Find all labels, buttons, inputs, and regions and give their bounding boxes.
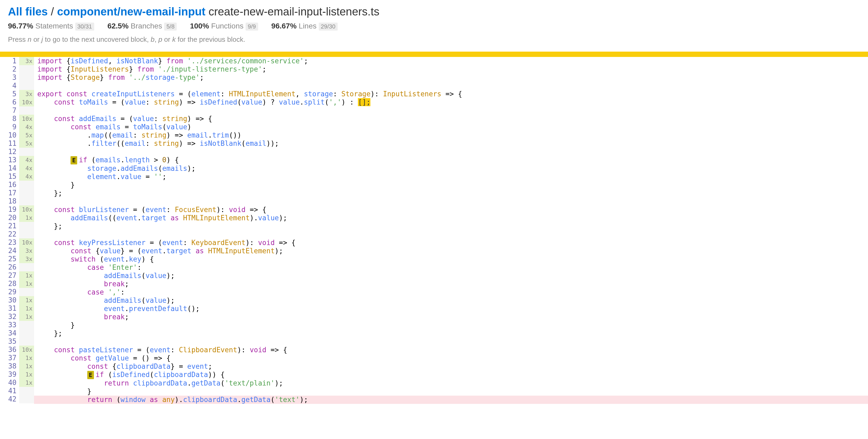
stat-frac: 30/31	[75, 23, 94, 31]
line-number[interactable]: 23	[4, 239, 17, 247]
line-number[interactable]: 28	[4, 280, 17, 288]
source-line: const toMails = (value: string) => isDef…	[34, 98, 868, 106]
hit-count-gutter: 3x 3x10x 10x4x5x5x 4x4x4x 10x1x 10x3x3x …	[19, 57, 34, 404]
source-line: return clipboardData.getData('text/plain…	[34, 379, 868, 387]
hit-count	[19, 395, 34, 403]
line-number[interactable]: 29	[4, 288, 17, 296]
hit-count: 1x	[19, 214, 34, 222]
line-number[interactable]: 31	[4, 304, 17, 313]
hit-count: 4x	[19, 164, 34, 173]
line-number[interactable]: 32	[4, 313, 17, 321]
line-number[interactable]: 9	[4, 123, 17, 131]
hit-count	[19, 106, 34, 115]
line-number[interactable]: 22	[4, 230, 17, 239]
breadcrumb-file: create-new-email-input-listeners.ts	[209, 5, 379, 18]
line-number[interactable]: 33	[4, 321, 17, 329]
line-number[interactable]: 1	[4, 57, 17, 65]
stat-label: Statements	[35, 22, 73, 30]
hit-count	[19, 230, 34, 239]
line-number[interactable]: 20	[4, 214, 17, 222]
line-number[interactable]: 24	[4, 247, 17, 255]
source-line: .filter((email: string) => isNotBlank(em…	[34, 139, 868, 148]
line-number[interactable]: 36	[4, 346, 17, 354]
source-line	[34, 197, 868, 206]
line-number[interactable]: 34	[4, 329, 17, 337]
line-number[interactable]: 35	[4, 337, 17, 346]
line-number[interactable]: 40	[4, 379, 17, 387]
stat-branches: 62.5% Branches 5/8	[107, 22, 177, 31]
line-number[interactable]: 6	[4, 98, 17, 106]
line-number[interactable]: 4	[4, 82, 17, 90]
source-line	[34, 106, 868, 115]
source-line: const keyPressListener = (event: Keyboar…	[34, 239, 868, 247]
source-line	[34, 82, 868, 90]
line-number[interactable]: 30	[4, 296, 17, 304]
breadcrumb-root-link[interactable]: All files	[8, 5, 48, 18]
source-line: }	[34, 181, 868, 189]
line-number[interactable]: 27	[4, 271, 17, 280]
line-number[interactable]: 3	[4, 73, 17, 82]
line-number[interactable]: 21	[4, 222, 17, 230]
line-number[interactable]: 19	[4, 206, 17, 214]
source-line: const getValue = () => {	[34, 354, 868, 363]
source-code: 1234567891011121314151617181920212223242…	[0, 57, 868, 404]
hit-count: 10x	[19, 115, 34, 123]
line-number[interactable]: 14	[4, 164, 17, 173]
hit-count: 5x	[19, 139, 34, 148]
line-number[interactable]: 5	[4, 90, 17, 98]
line-number[interactable]: 38	[4, 362, 17, 370]
source-line: case ',':	[34, 288, 868, 296]
hit-count	[19, 65, 34, 73]
source-line: import {InputListeners} from './input-li…	[34, 65, 868, 73]
line-number[interactable]: 15	[4, 173, 17, 181]
hit-count: 1x	[19, 354, 34, 362]
source-line: const emails = toMails(value)	[34, 123, 868, 131]
line-number[interactable]: 39	[4, 370, 17, 379]
source-line: };	[34, 222, 868, 230]
stat-functions: 100% Functions 9/9	[190, 22, 258, 31]
breadcrumb: All files / component/new-email-input cr…	[8, 5, 860, 18]
line-number[interactable]: 13	[4, 156, 17, 164]
line-number[interactable]: 7	[4, 106, 17, 115]
source-line: break;	[34, 280, 868, 288]
source-line: addEmails((event.target as HTMLInputElem…	[34, 214, 868, 222]
line-number[interactable]: 41	[4, 387, 17, 395]
line-number[interactable]: 17	[4, 189, 17, 197]
line-number[interactable]: 26	[4, 263, 17, 271]
hit-count	[19, 288, 34, 296]
source-line: case 'Enter':	[34, 263, 868, 272]
stat-label: Functions	[211, 22, 244, 30]
hit-count: 1x	[19, 313, 34, 321]
source-line: const blurListener = (event: FocusEvent)…	[34, 206, 868, 214]
branch-badge: E	[87, 371, 94, 379]
hit-count: 3x	[19, 255, 34, 263]
stat-pct: 62.5%	[107, 22, 128, 30]
hit-count: 1x	[19, 362, 34, 370]
hit-count	[19, 337, 34, 346]
line-number[interactable]: 10	[4, 131, 17, 139]
line-number[interactable]: 11	[4, 139, 17, 148]
hit-count: 3x	[19, 247, 34, 255]
source-line: export const createInputListeners = (ele…	[34, 90, 868, 98]
hit-count: 1x	[19, 379, 34, 387]
line-number[interactable]: 42	[4, 395, 17, 403]
stat-frac: 9/9	[246, 23, 258, 31]
breadcrumb-path-link[interactable]: component/new-email-input	[57, 5, 206, 18]
line-number[interactable]: 16	[4, 181, 17, 189]
stat-frac: 29/30	[319, 23, 338, 31]
line-number[interactable]: 25	[4, 255, 17, 263]
hit-count: 1x	[19, 271, 34, 280]
line-number[interactable]: 2	[4, 65, 17, 73]
coverage-bar	[0, 52, 868, 57]
hit-count: 3x	[19, 57, 34, 65]
coverage-stats: 96.77% Statements 30/31 62.5% Branches 5…	[8, 22, 860, 31]
source-line: switch (event.key) {	[34, 255, 868, 263]
source-line: element.value = '';	[34, 173, 868, 181]
line-number[interactable]: 8	[4, 115, 17, 123]
source-line: };	[34, 330, 868, 338]
hit-count: 1x	[19, 304, 34, 313]
line-number[interactable]: 12	[4, 148, 17, 156]
hit-count	[19, 82, 34, 90]
line-number[interactable]: 37	[4, 354, 17, 362]
line-number[interactable]: 18	[4, 197, 17, 206]
